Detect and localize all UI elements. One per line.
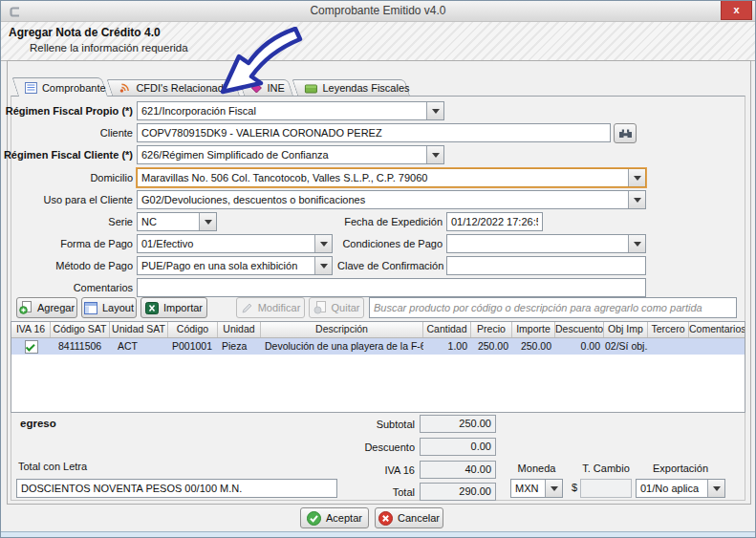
window-bottom-edge	[1, 531, 755, 537]
aceptar-label: Aceptar	[326, 512, 362, 524]
footer: Aceptar Cancelar	[1, 1, 755, 537]
cancel-x-icon	[378, 511, 393, 526]
cancelar-button[interactable]: Cancelar	[375, 507, 443, 528]
tab-comprobante[interactable]: Comprobante	[12, 77, 108, 97]
cancelar-label: Cancelar	[398, 512, 440, 524]
document-list-icon	[25, 82, 37, 94]
aceptar-button[interactable]: Aceptar	[300, 507, 369, 528]
accept-check-icon	[307, 511, 321, 526]
dialog-window: Comprobante Emitido v4.0 x Agregar Nota …	[0, 0, 756, 538]
tab-label: Comprobante	[42, 82, 106, 94]
